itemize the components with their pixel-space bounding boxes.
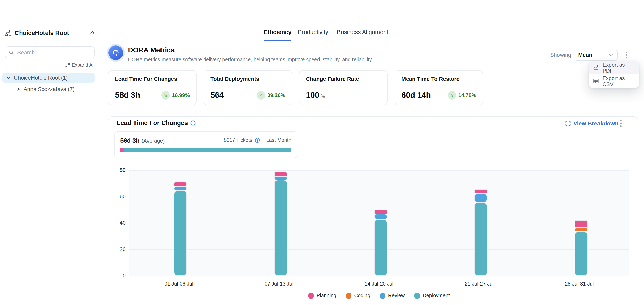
org-tree-icon <box>5 29 12 36</box>
info-icon[interactable] <box>255 137 260 143</box>
stacked-bar-1[interactable] <box>174 182 184 276</box>
tree-item-choicehotels-root[interactable]: ChoiceHotels Root (1) <box>2 73 95 83</box>
tree-item-label: Anna Scozzafava (7) <box>24 86 74 92</box>
period-label: Last Month <box>266 137 291 143</box>
lead-time-title-text: Lead Time For Changes <box>116 119 188 127</box>
metric-card-mean-time-to-restore: Mean Time To Restore 60d 14h ↘ 14.78% <box>394 70 483 105</box>
bar-segment-review <box>474 194 487 203</box>
lead-time-kebab-menu-button[interactable] <box>617 119 624 128</box>
trend-badge: ↗ 39.26% <box>257 91 285 99</box>
sprint-cycle-icon <box>112 49 120 57</box>
tickets-count: 8017 Tickets <box>224 137 252 143</box>
info-icon[interactable] <box>190 120 196 126</box>
x-tick-label: 21 Jul-27 Jul <box>451 281 508 287</box>
sidebar-border <box>100 25 100 305</box>
legend-item-planning[interactable]: Planning <box>308 293 336 299</box>
metric-value: 60d 14h <box>402 91 431 100</box>
bar-segment-coding <box>574 228 588 231</box>
metric-value: 564 <box>210 91 224 100</box>
tab-business-alignment[interactable]: Business Alignment <box>337 29 388 35</box>
metric-value: 58d 3h <box>115 91 140 100</box>
stacked-bar-5[interactable] <box>574 220 584 276</box>
expand-all-button[interactable]: Expand All <box>0 62 95 68</box>
legend-item-coding[interactable]: Coding <box>346 293 370 299</box>
dora-metrics-icon <box>108 45 123 60</box>
dora-metrics-subtitle: DORA metrics measure software delivery p… <box>128 57 373 62</box>
trend-badge: ↘ 14.78% <box>448 91 476 99</box>
search-input[interactable] <box>16 49 90 56</box>
chevron-down-icon[interactable] <box>6 75 11 80</box>
metric-value: 100 <box>306 91 319 100</box>
showing-label: Showing <box>550 52 571 58</box>
y-tick-label: 20 <box>110 246 126 252</box>
bar-segment-planning <box>274 172 287 176</box>
lead-time-section: Lead Time For Changes View Breakdown 58d… <box>108 116 638 305</box>
x-tick-label: 28 Jul-31 Jul <box>551 281 608 287</box>
legend-swatch <box>380 293 386 298</box>
trend-delta: 39.26% <box>267 92 285 98</box>
tab-efficiency[interactable]: Efficiency <box>264 29 292 35</box>
bar-segment-planning <box>474 189 487 194</box>
y-tick-label: 40 <box>110 220 126 226</box>
trend-arrow-icon: ↗ <box>257 91 265 99</box>
sidebar-header: ChoiceHotels Root <box>0 25 100 41</box>
stacked-bar-2[interactable] <box>274 172 284 276</box>
stacked-bar-3[interactable] <box>374 209 384 276</box>
dora-metric-cards: Lead Time For Changes 58d 3h ↘ 16.99% To… <box>108 70 483 105</box>
chevron-down-icon <box>609 53 613 57</box>
average-value: 58d 3h <box>120 137 140 144</box>
metric-card-lead-time: Lead Time For Changes 58d 3h ↘ 16.99% <box>108 70 197 105</box>
view-breakdown-link[interactable]: View Breakdown <box>565 120 618 127</box>
chevron-right-icon[interactable] <box>16 87 21 91</box>
menu-item-label: Export as PDF <box>602 61 635 74</box>
divider: | <box>262 137 264 143</box>
x-tick-label: 14 Jul-20 Jul <box>351 281 408 287</box>
legend-label: Planning <box>316 293 336 299</box>
metric-title: Lead Time For Changes <box>115 76 190 82</box>
tab-productivity[interactable]: Productivity <box>298 29 328 35</box>
metric-unit: % <box>321 94 325 98</box>
bar-segment-review <box>274 176 287 180</box>
stacked-bar-4[interactable] <box>474 189 484 276</box>
legend-item-review[interactable]: Review <box>380 293 405 299</box>
average-label: (Average) <box>142 138 165 144</box>
chart-y-axis: 020406080 <box>110 170 126 276</box>
trend-badge: ↘ 16.99% <box>161 91 190 99</box>
chart-legend: PlanningCodingReviewDeployment <box>129 293 629 299</box>
legend-item-deployment[interactable]: Deployment <box>415 293 450 299</box>
trend-arrow-icon: ↘ <box>448 91 456 99</box>
legend-swatch <box>308 293 314 298</box>
gridline-y-60 <box>129 196 629 197</box>
bar-segment-deployment <box>374 219 387 276</box>
search-icon <box>9 50 14 55</box>
export-as-pdf-menu-item[interactable]: Export as PDF <box>589 61 639 74</box>
active-tab-indicator <box>264 40 291 41</box>
y-tick-label: 60 <box>110 193 126 199</box>
collapse-sidebar-chevron-up-icon[interactable] <box>90 30 95 35</box>
showing-mode-value: Mean <box>578 52 592 58</box>
tree-item-anna-scozzafava[interactable]: Anna Scozzafava (7) <box>2 84 95 94</box>
average-summary-card: 58d 3h (Average) 8017 Tickets | Last Mon… <box>114 131 298 158</box>
sidebar-root-label: ChoiceHotels Root <box>15 29 69 36</box>
main-tabs: Efficiency Productivity Business Alignme… <box>100 25 644 41</box>
sidebar-search <box>5 46 95 58</box>
insights-page: Insights ChoiceHotels Solution Engineers… <box>0 0 644 305</box>
table-icon <box>593 78 599 84</box>
expand-arrows-icon <box>66 63 70 67</box>
legend-label: Deployment <box>423 293 450 299</box>
bar-segment-review <box>374 214 387 219</box>
bar-segment-planning <box>174 182 187 187</box>
dora-kebab-menu-button[interactable] <box>623 50 630 60</box>
showing-mode-select[interactable]: Mean <box>574 49 618 60</box>
trend-delta: 14.78% <box>458 92 476 98</box>
metric-title: Change Failure Rate <box>306 76 381 82</box>
gridline-y-80 <box>129 170 629 170</box>
metric-card-change-failure-rate: Change Failure Rate 100 % <box>299 70 388 105</box>
expand-corners-icon <box>565 121 571 126</box>
export-as-csv-menu-item[interactable]: Export as CSV <box>589 74 639 88</box>
x-tick-label: 07 Jul-13 Jul <box>250 281 307 287</box>
bar-segment-planning <box>374 209 387 214</box>
bar-segment-deployment <box>474 203 487 276</box>
phase-segment-deployment <box>125 148 291 152</box>
y-tick-label: 80 <box>110 167 126 173</box>
